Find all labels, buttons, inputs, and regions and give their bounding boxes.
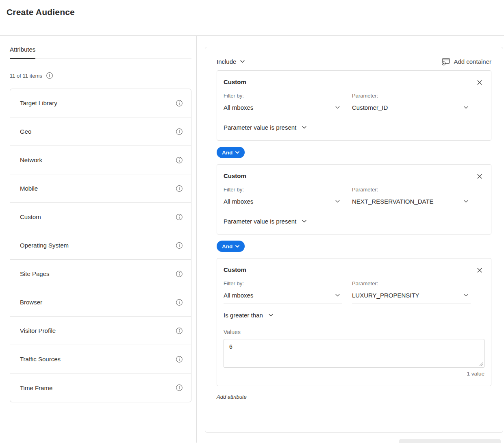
info-icon[interactable] [176,384,183,391]
chevron-down-icon [464,106,468,109]
parameter-value: Customer_ID [352,104,388,111]
close-icon[interactable] [475,266,484,274]
parameter-dropdown[interactable]: NEXT_RESERVATION_DATE [352,198,471,210]
parameter-field: Parameter: LUXURY_PROPENSITY [352,280,484,304]
values-section: Values 1 value [224,329,484,377]
parameter-label: Parameter: [352,280,484,287]
items-count-row: 11 of 11 items [10,72,191,79]
info-icon[interactable] [176,213,183,221]
list-item-label: Mobile [20,185,38,192]
condition-operator-dropdown[interactable]: Is greater than [224,312,273,319]
chevron-down-icon [269,314,273,317]
list-item-visitor-profile[interactable]: Visitor Profile [10,317,191,345]
values-input[interactable] [224,339,484,368]
condition-card-1: Custom Filter by: All mboxes Parameter: [217,70,491,141]
card-fields: Filter by: All mboxes Parameter: LUXURY_… [224,280,484,304]
condition-operator-dropdown[interactable]: Parameter value is present [224,218,306,225]
list-item-custom[interactable]: Custom [10,203,191,231]
filter-by-dropdown[interactable]: All mboxes [224,198,342,210]
info-icon[interactable] [176,356,183,363]
chevron-down-icon [302,126,306,129]
list-item-network[interactable]: Network [10,146,191,174]
info-icon[interactable] [176,156,183,164]
card-header: Custom [224,78,484,87]
card-header: Custom [224,172,484,180]
card-title: Custom [224,78,246,85]
filter-by-dropdown[interactable]: All mboxes [224,291,342,304]
add-container-button[interactable]: Add container [441,58,491,65]
values-input-wrap [224,339,484,368]
close-icon[interactable] [475,78,484,87]
filter-by-label: Filter by: [224,280,352,287]
card-title: Custom [224,266,246,273]
info-icon[interactable] [176,299,183,306]
list-item-label: Time Frame [20,384,52,391]
include-dropdown-label: Include [217,58,236,65]
main-layout: Attributes 11 of 11 items Target Library… [0,36,504,443]
list-item-label: Traffic Sources [20,356,61,363]
and-operator-button[interactable]: And [217,241,245,252]
list-item-label: Custom [20,213,41,220]
condition-card-2: Custom Filter by: All mboxes Parameter: [217,164,491,235]
and-operator-button[interactable]: And [217,147,245,158]
condition-operator-dropdown[interactable]: Parameter value is present [224,124,306,131]
filter-by-value: All mboxes [224,198,253,205]
info-icon[interactable] [176,185,183,192]
list-item-target-library[interactable]: Target Library [10,89,191,117]
list-item-mobile[interactable]: Mobile [10,174,191,203]
page-header: Create Audience [0,0,504,36]
list-item-time-frame[interactable]: Time Frame [10,374,191,402]
add-container-label: Add container [454,58,491,65]
card-title: Custom [224,172,246,179]
list-item-label: Visitor Profile [20,327,56,334]
parameter-field: Parameter: NEXT_RESERVATION_DATE [352,187,484,210]
info-icon[interactable] [176,242,183,249]
condition-operator-value: Parameter value is present [224,218,296,225]
items-count-text: 11 of 11 items [10,73,42,79]
list-item-label: Operating System [20,242,69,249]
parameter-dropdown[interactable]: LUXURY_PROPENSITY [352,291,471,304]
list-item-browser[interactable]: Browser [10,288,191,317]
values-label: Values [224,329,484,335]
attributes-panel: Attributes 11 of 11 items Target Library… [0,36,197,443]
info-icon[interactable] [176,327,183,334]
filter-by-field: Filter by: All mboxes [224,187,352,210]
filter-by-dropdown[interactable]: All mboxes [224,104,342,116]
list-item-traffic-sources[interactable]: Traffic Sources [10,345,191,374]
parameter-field: Parameter: Customer_ID [352,93,484,116]
list-item-label: Network [20,156,42,163]
items-count-info-icon[interactable] [46,72,53,79]
value-count-text: 1 value [224,371,484,377]
list-item-operating-system[interactable]: Operating System [10,231,191,260]
condition-card-3: Custom Filter by: All mboxes Parameter: [217,258,491,386]
partial-bottom-bar [399,439,501,443]
chevron-down-icon [240,60,245,63]
include-dropdown[interactable]: Include [217,58,245,65]
info-icon[interactable] [176,270,183,278]
chevron-down-icon [335,294,340,297]
card-fields: Filter by: All mboxes Parameter: Custome… [224,93,484,116]
chevron-down-icon [335,200,340,203]
filter-by-label: Filter by: [224,187,352,193]
parameter-dropdown[interactable]: Customer_ID [352,104,471,116]
info-icon[interactable] [176,128,183,135]
close-icon[interactable] [475,172,484,180]
filter-by-label: Filter by: [224,93,352,99]
info-icon[interactable] [176,100,183,107]
card-fields: Filter by: All mboxes Parameter: NEXT_RE… [224,187,484,210]
parameter-label: Parameter: [352,187,484,193]
list-item-geo[interactable]: Geo [10,117,191,146]
filter-by-value: All mboxes [224,292,253,299]
list-item-site-pages[interactable]: Site Pages [10,260,191,288]
condition-operator-value: Parameter value is present [224,124,296,131]
parameter-value: LUXURY_PROPENSITY [352,292,419,299]
tab-attributes[interactable]: Attributes [10,46,35,59]
include-header-row: Include Add container [217,58,491,65]
filter-by-value: All mboxes [224,104,253,111]
filter-by-field: Filter by: All mboxes [224,280,352,304]
page-title: Create Audience [7,7,497,17]
list-item-label: Target Library [20,100,57,106]
chevron-down-icon [235,151,239,154]
chevron-down-icon [464,294,468,297]
attributes-tabs: Attributes [10,46,191,59]
